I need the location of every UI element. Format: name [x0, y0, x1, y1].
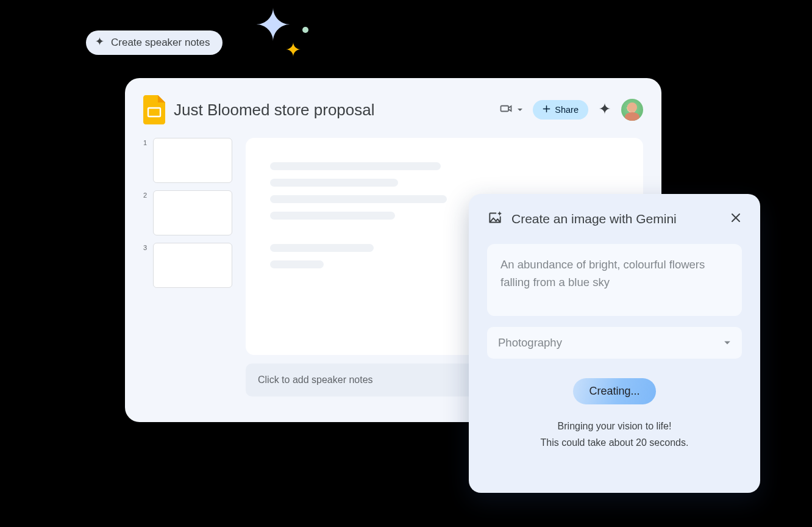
creating-label: Creating...: [589, 385, 639, 397]
sparkle-decoration-dot: [302, 27, 308, 33]
sparkle-icon: [598, 102, 611, 118]
slide-number: 2: [143, 190, 148, 199]
present-meet-button[interactable]: [499, 101, 523, 118]
close-button[interactable]: [730, 212, 742, 226]
text-placeholder: [270, 260, 324, 268]
videocam-icon: [499, 101, 514, 118]
plus-icon: [543, 105, 550, 115]
prompt-text: An abundance of bright, colourful flower…: [500, 258, 705, 289]
text-placeholder: [270, 179, 398, 187]
chevron-down-icon: [724, 336, 731, 350]
text-placeholder: [270, 162, 441, 170]
create-speaker-notes-chip[interactable]: Create speaker notes: [86, 30, 223, 55]
slide-thumbnails-panel: 1 2 3: [143, 138, 235, 396]
gemini-panel-header: Create an image with Gemini: [487, 210, 742, 228]
gemini-button[interactable]: [598, 102, 611, 118]
gemini-panel-title: Create an image with Gemini: [511, 212, 721, 226]
slide-thumbnail[interactable]: [153, 138, 232, 183]
slide-thumb-row: 2: [143, 190, 235, 235]
text-placeholder: [270, 212, 395, 220]
slide-thumb-row: 1: [143, 138, 235, 183]
selected-style: Photography: [498, 336, 562, 350]
slide-thumb-row: 3: [143, 243, 235, 288]
image-prompt-input[interactable]: An abundance of bright, colourful flower…: [487, 244, 742, 316]
create-image-icon: [487, 210, 503, 228]
share-label: Share: [555, 105, 579, 115]
header-actions: Share: [499, 99, 643, 121]
chip-label: Create speaker notes: [111, 37, 210, 49]
sparkle-decoration-large: [255, 6, 291, 43]
slide-thumbnail[interactable]: [153, 243, 232, 288]
creating-button[interactable]: Creating...: [573, 378, 655, 404]
slide-number: 3: [143, 243, 148, 251]
chevron-down-icon: [517, 104, 523, 115]
text-placeholder: [270, 195, 447, 203]
share-button[interactable]: Share: [533, 100, 588, 120]
slides-header: Just Bloomed store proposal Share: [125, 78, 661, 138]
slide-number: 1: [143, 138, 148, 146]
slides-logo-icon: [143, 95, 165, 124]
text-placeholder: [270, 244, 374, 252]
status-text: Bringing your vision to life! This could…: [487, 418, 742, 451]
close-icon: [730, 212, 742, 226]
slide-thumbnail[interactable]: [153, 190, 232, 235]
status-line-1: Bringing your vision to life!: [487, 418, 742, 434]
sparkle-icon: [94, 36, 105, 49]
user-avatar[interactable]: [621, 99, 643, 121]
document-title[interactable]: Just Bloomed store proposal: [174, 101, 491, 120]
gemini-create-image-panel: Create an image with Gemini An abundance…: [469, 194, 760, 493]
image-style-select[interactable]: Photography: [487, 327, 742, 359]
status-line-2: This could take about 20 seconds.: [487, 434, 742, 451]
sparkle-decoration-small: [285, 41, 301, 57]
speaker-notes-placeholder: Click to add speaker notes: [258, 375, 373, 385]
